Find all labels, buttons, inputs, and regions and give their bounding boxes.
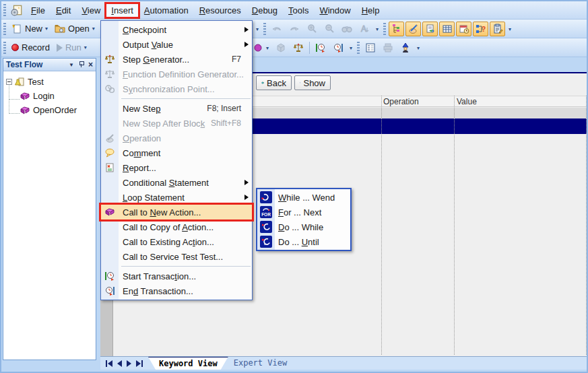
function-definition-generator-icon — [104, 69, 115, 79]
panel-menu-arrow-icon[interactable] — [69, 62, 74, 68]
menu-item-report[interactable]: Report... — [101, 160, 252, 175]
toolbar-overflow-icon[interactable] — [506, 26, 514, 32]
menu-item-call-to-new-action[interactable]: Call to New Action... — [101, 205, 252, 219]
menubar-item-tools[interactable]: Tools — [283, 3, 314, 18]
toolbar-grip[interactable] — [263, 23, 266, 35]
toolbar-grip[interactable] — [3, 4, 6, 16]
wizard-button[interactable] — [397, 41, 414, 55]
tree-connector — [9, 86, 20, 100]
missing-resources-button[interactable]: ? — [473, 22, 488, 36]
back-button[interactable]: Back — [256, 75, 292, 90]
menu-item-operation[interactable]: Operation — [101, 131, 252, 145]
menu-item-call-to-copy-of-action[interactable]: Call to Copy of Action... — [101, 219, 252, 234]
close-icon[interactable]: × — [88, 61, 93, 68]
dropdown-arrow-icon[interactable]: ▾ — [84, 44, 87, 50]
column-divider[interactable] — [586, 96, 587, 355]
font-icon: A — [359, 24, 370, 34]
menubar-item-insert[interactable]: Insert — [106, 3, 139, 18]
toolbar-grip[interactable] — [3, 42, 6, 54]
column-header-value[interactable]: Value — [457, 97, 477, 106]
tab-keyword-view[interactable]: Keyword View — [148, 357, 228, 370]
menu-item-start-transaction[interactable]: Start Transaction... — [101, 269, 252, 283]
insert-checkpoint-button[interactable]: ▾ — [249, 41, 272, 55]
dropdown-arrow-icon[interactable]: ▾ — [45, 26, 48, 32]
tab-expert-view[interactable]: Expert View — [223, 357, 298, 370]
run-button[interactable]: Run▾ — [53, 41, 90, 54]
first-tab-button[interactable] — [106, 360, 112, 367]
menu-item-function-definition-generator[interactable]: Function Definition Generator... — [101, 67, 252, 81]
start-transaction-button[interactable] — [312, 41, 329, 55]
open-test-button[interactable]: Open▾ — [51, 22, 98, 36]
menu-item-call-to-service-test-test[interactable]: Call to Service Test Test... — [101, 249, 252, 264]
report-view-button[interactable] — [422, 22, 438, 36]
menubar-item-help[interactable]: Help — [356, 3, 385, 18]
menu-item-new-step-after-block[interactable]: New Step After Block Shift+F8 — [101, 116, 252, 131]
menubar-item-resources[interactable]: Resources — [194, 3, 247, 18]
menubar-item-debug[interactable]: Debug — [247, 3, 283, 18]
dropdown-arrow-icon[interactable]: ▾ — [92, 26, 95, 32]
toolbar-overflow-icon[interactable] — [347, 45, 355, 51]
view-tab-strip: Keyword View Expert View — [100, 356, 588, 370]
menu-item-checkpoint[interactable]: Checkpoint — [101, 22, 252, 37]
submenu-item-while-wend[interactable]: While ... Wend — [257, 190, 350, 205]
menu-bar: File Edit View Insert Automation Resourc… — [1, 1, 587, 20]
menu-item-new-step[interactable]: New Step F8; Insert — [101, 101, 252, 116]
redo-button[interactable] — [286, 22, 303, 36]
find-button[interactable] — [338, 22, 356, 36]
insert-output-button[interactable] — [272, 41, 290, 55]
tree-item-openorder[interactable]: OpenOrder — [5, 103, 94, 117]
menubar-item-view[interactable]: View — [76, 3, 106, 18]
record-button[interactable]: Record — [8, 41, 53, 54]
menu-item-synchronization-point[interactable]: Synchronization Point... — [101, 81, 252, 96]
column-header-operation[interactable]: Operation — [383, 97, 419, 106]
column-divider[interactable] — [381, 96, 382, 355]
submenu-item-do-while[interactable]: Do ... While — [257, 219, 350, 234]
menubar-item-edit[interactable]: Edit — [51, 3, 76, 18]
toolbar-grip[interactable] — [383, 23, 386, 35]
zoom-out-button[interactable] — [321, 22, 338, 36]
show-button[interactable]: Show — [294, 75, 331, 90]
last-tab-button[interactable] — [136, 360, 143, 367]
toolbar-overflow-icon[interactable] — [414, 45, 422, 51]
menubar-item-automation[interactable]: Automation — [139, 3, 194, 18]
print-button[interactable] — [379, 41, 397, 55]
next-tab-button[interactable] — [127, 360, 131, 367]
information-button[interactable] — [490, 22, 505, 36]
menubar-item-file[interactable]: File — [26, 3, 51, 18]
data-table-button[interactable] — [439, 22, 455, 36]
menu-item-output-value[interactable]: Output Value — [101, 37, 252, 52]
font-button[interactable]: A — [356, 22, 373, 36]
menu-item-loop-statement[interactable]: Loop Statement — [101, 190, 252, 205]
step-generator-button[interactable] — [290, 41, 307, 55]
submenu-item-do-until[interactable]: Do ... Until — [257, 234, 350, 249]
debug-viewer-button[interactable] — [456, 22, 471, 36]
end-transaction-button[interactable] — [329, 41, 347, 55]
active-screen-button[interactable] — [405, 22, 421, 36]
toolbar-grip[interactable] — [357, 42, 360, 54]
menubar-item-window[interactable]: Window — [314, 3, 356, 18]
hand-pen-icon — [408, 24, 419, 34]
zoom-in-button[interactable] — [303, 22, 321, 36]
toolbar-grip[interactable] — [3, 23, 6, 35]
collapse-icon[interactable] — [6, 79, 12, 85]
menu-item-end-transaction[interactable]: End Transaction... — [101, 283, 252, 298]
pin-icon[interactable] — [78, 61, 84, 68]
end-transaction-icon — [104, 285, 115, 296]
menu-item-conditional-statement[interactable]: Conditional Statement — [101, 175, 252, 190]
dropdown-arrow-icon[interactable]: ▾ — [266, 45, 269, 51]
column-divider[interactable] — [454, 96, 455, 355]
for-next-icon: FOR — [260, 206, 272, 218]
options-button[interactable] — [362, 41, 379, 55]
menu-item-step-generator[interactable]: Step Generator... F7 — [101, 52, 252, 67]
network-question-icon: ? — [476, 24, 486, 34]
submenu-item-for-next[interactable]: FOR For ... Next — [257, 205, 350, 219]
toolbar-overflow-icon[interactable] — [253, 26, 261, 32]
toolbar-overflow-icon[interactable] — [373, 26, 381, 32]
menu-item-comment[interactable]: Comment — [101, 145, 252, 160]
test-flow-view-button[interactable] — [389, 22, 404, 36]
previous-tab-button[interactable] — [117, 360, 122, 367]
undo-button[interactable] — [268, 22, 286, 36]
clipboard-pencil-icon — [492, 24, 503, 34]
menu-item-call-to-existing-action[interactable]: Call to Existing Action... — [101, 234, 252, 249]
new-test-button[interactable]: New▾ — [8, 22, 51, 36]
